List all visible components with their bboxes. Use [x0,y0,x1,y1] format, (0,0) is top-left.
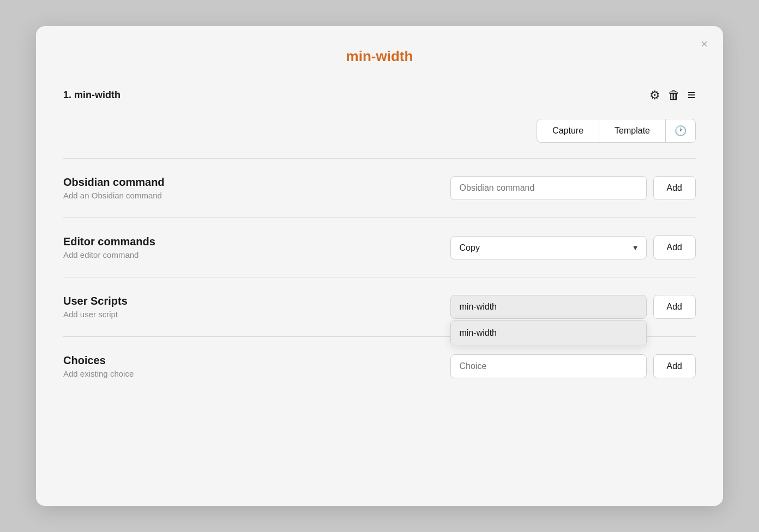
user-scripts-label: User Scripts [63,295,128,307]
tab-buttons: Capture Template 🕐 [537,119,696,143]
user-scripts-label-group: User Scripts Add user script [63,295,128,319]
editor-commands-select[interactable]: Copy Paste Cut Select All [450,236,647,259]
choices-controls: Add [450,354,696,378]
obsidian-command-label: Obsidian command [63,176,165,189]
choices-input[interactable] [450,354,647,378]
gear-icon: ⚙ [649,88,660,102]
trash-button[interactable]: 🗑 [668,88,680,102]
user-scripts-input[interactable] [450,295,647,319]
clock-icon: 🕐 [674,125,686,136]
modal-overlay: × min-width 1. min-width ⚙ 🗑 ≡ Capture [0,0,759,532]
section-title: 1. min-width [63,89,121,101]
editor-commands-add-button[interactable]: Add [653,235,696,259]
divider-2 [63,217,696,218]
obsidian-command-row: Obsidian command Add an Obsidian command… [63,176,696,200]
user-scripts-controls: min-width Add [450,295,696,319]
menu-icon: ≡ [688,87,696,104]
tab-capture[interactable]: Capture [537,119,599,142]
choices-sublabel: Add existing choice [63,369,134,378]
obsidian-command-controls: Add [450,176,696,200]
obsidian-command-label-group: Obsidian command Add an Obsidian command [63,176,165,200]
editor-commands-select-wrapper: Copy Paste Cut Select All ▼ [450,236,647,259]
tab-template[interactable]: Template [599,119,666,142]
close-button[interactable]: × [701,38,708,50]
choices-label: Choices [63,354,134,367]
editor-commands-label-group: Editor commands Add editor command [63,235,155,259]
choices-label-group: Choices Add existing choice [63,354,134,378]
modal: × min-width 1. min-width ⚙ 🗑 ≡ Capture [36,26,723,506]
editor-commands-row: Editor commands Add editor command Copy … [63,235,696,259]
editor-commands-label: Editor commands [63,235,155,248]
trash-icon: 🗑 [668,88,680,102]
dropdown-item-min-width[interactable]: min-width [451,321,646,346]
divider-3 [63,277,696,277]
user-scripts-sublabel: Add user script [63,310,128,319]
divider-1 [63,158,696,159]
user-scripts-dropdown[interactable]: min-width [450,320,647,346]
choices-row: Choices Add existing choice Add [63,354,696,378]
menu-button[interactable]: ≡ [688,87,696,104]
choices-add-button[interactable]: Add [653,354,696,378]
editor-commands-controls: Copy Paste Cut Select All ▼ Add [450,235,696,259]
user-scripts-add-button[interactable]: Add [653,295,696,319]
editor-commands-sublabel: Add editor command [63,250,155,259]
user-scripts-row: User Scripts Add user script min-width A… [63,295,696,319]
obsidian-command-sublabel: Add an Obsidian command [63,191,165,200]
modal-title: min-width [63,48,696,65]
header-icons: ⚙ 🗑 ≡ [649,87,696,104]
obsidian-command-add-button[interactable]: Add [653,176,696,200]
section-header: 1. min-width ⚙ 🗑 ≡ [63,87,696,104]
gear-button[interactable]: ⚙ [649,88,660,102]
obsidian-command-input[interactable] [450,176,647,200]
tab-clock[interactable]: 🕐 [666,119,695,142]
